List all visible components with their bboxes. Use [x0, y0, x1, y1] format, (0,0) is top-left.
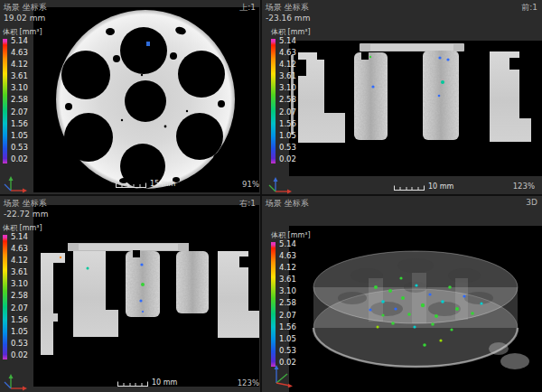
legend-value: 5.14 — [11, 37, 28, 45]
front-view-viewport[interactable] — [289, 41, 542, 176]
legend-value: 3.61 — [279, 275, 296, 284]
legend-value: 3.61 — [279, 72, 296, 80]
legend-value: 0.53 — [279, 144, 296, 152]
axis-indicator-3d-icon — [269, 364, 294, 387]
volume-legend: 体积 [mm³] 5.144.634.123.613.102.582.071.5… — [3, 27, 42, 163]
legend-color-bar — [271, 242, 276, 367]
coordinate-system-label: 场景 坐标系 — [266, 198, 309, 210]
legend-value: 1.56 — [279, 323, 296, 331]
legend-value: 4.63 — [11, 245, 28, 253]
top-slice-image — [33, 7, 259, 192]
legend-values: 5.144.634.123.613.102.582.071.561.050.53… — [279, 240, 296, 367]
defect-marker — [146, 42, 150, 46]
slice-position-value: -23.16 mm — [266, 14, 310, 23]
right-slice-image — [33, 205, 259, 387]
3d-viewport[interactable] — [289, 226, 542, 392]
legend-value: 1.05 — [11, 132, 28, 140]
legend-color-bar — [3, 39, 7, 163]
legend-value: 0.02 — [11, 351, 28, 359]
zoom-percentage: 123% — [513, 182, 535, 191]
top-view-viewport[interactable] — [33, 7, 259, 192]
legend-value: 2.07 — [279, 312, 296, 320]
legend-value: 0.53 — [11, 144, 28, 152]
ruler-ticks-icon — [116, 181, 146, 188]
view-name-label: 右:1 — [239, 198, 256, 210]
legend-value: 1.05 — [279, 132, 296, 140]
legend-value: 2.07 — [11, 108, 28, 117]
scale-ruler: 10 mm — [394, 182, 453, 191]
scale-ruler: 10 mm — [117, 378, 177, 387]
legend-value: 0.02 — [279, 155, 296, 163]
view-name-label: 上:1 — [239, 2, 256, 14]
legend-value: 5.14 — [11, 233, 28, 241]
front-slice-image — [289, 41, 542, 176]
legend-value: 2.07 — [279, 108, 296, 117]
legend-value: 3.10 — [11, 280, 28, 288]
ct-inspection-app: 场景 坐标系 19.02 mm 上:1 体积 [mm³] 5.144.634.1… — [0, 0, 542, 392]
legend-value: 1.56 — [11, 316, 28, 324]
scale-label: 10 mm — [152, 378, 177, 387]
3d-view-panel: 场景 坐标系 3D 体积 [mm³] 5.144.634.123.613.102… — [262, 196, 542, 392]
legend-color-bar — [3, 235, 7, 359]
front-view-panel: 场景 坐标系 -23.16 mm 前:1 体积 [mm³] 5.144.634.… — [262, 0, 542, 194]
legend-value: 2.07 — [11, 304, 28, 313]
legend-value: 5.14 — [279, 240, 296, 248]
coordinate-system-label: 场景 坐标系 — [4, 198, 47, 210]
axis-indicator-icon — [3, 176, 30, 193]
legend-value: 1.56 — [11, 120, 28, 128]
legend-value: 4.12 — [11, 257, 28, 265]
legend-values: 5.144.634.123.613.102.582.071.561.050.53… — [11, 37, 28, 163]
legend-value: 4.63 — [279, 49, 296, 57]
legend-value: 2.58 — [279, 96, 296, 104]
legend-value: 1.05 — [11, 328, 28, 336]
legend-value: 5.14 — [279, 37, 296, 45]
legend-value: 3.61 — [11, 72, 28, 80]
legend-value: 3.10 — [11, 84, 28, 92]
legend-value: 2.58 — [11, 96, 28, 104]
scale-label: 15 mm — [150, 180, 175, 188]
legend-values: 5.144.634.123.613.102.582.071.561.050.53… — [279, 37, 296, 163]
zoom-percentage: 91% — [242, 180, 259, 189]
legend-value: 1.05 — [279, 335, 296, 343]
slice-position-value: 19.02 mm — [4, 14, 45, 23]
legend-value: 3.10 — [279, 287, 296, 295]
slice-position-value: -22.72 mm — [4, 210, 48, 219]
legend-color-bar — [271, 39, 276, 163]
zoom-percentage: 123% — [238, 378, 259, 387]
scale-ruler: 15 mm — [116, 180, 175, 188]
scale-label: 10 mm — [428, 182, 453, 191]
right-view-panel: 场景 坐标系 -22.72 mm 右:1 体积 [mm³] 5.144.634.… — [0, 196, 260, 392]
legend-values: 5.144.634.123.613.102.582.071.561.050.53… — [11, 233, 28, 359]
3d-render-image — [289, 226, 542, 392]
view-name-label: 前:1 — [521, 2, 537, 14]
legend-value: 0.02 — [11, 155, 28, 163]
legend-value: 3.10 — [279, 84, 296, 92]
legend-value: 0.53 — [11, 340, 28, 348]
axis-indicator-icon — [3, 374, 30, 391]
legend-value: 4.63 — [11, 49, 28, 57]
coordinate-system-label: 场景 坐标系 — [4, 2, 47, 14]
volume-legend: 体积 [mm³] 5.144.634.123.613.102.582.071.5… — [271, 27, 311, 163]
legend-value: 2.58 — [279, 299, 296, 307]
legend-value: 4.12 — [279, 264, 296, 272]
ruler-ticks-icon — [394, 183, 425, 191]
legend-value: 1.56 — [279, 120, 296, 128]
ruler-ticks-icon — [117, 379, 148, 387]
legend-value: 4.63 — [279, 252, 296, 260]
legend-value: 4.12 — [11, 61, 28, 69]
coordinate-system-label: 场景 坐标系 — [266, 2, 309, 14]
legend-value: 4.12 — [279, 61, 296, 69]
view-name-label: 3D — [526, 198, 537, 207]
volume-legend: 体积 [mm³] 5.144.634.123.613.102.582.071.5… — [271, 230, 311, 367]
right-view-viewport[interactable] — [33, 205, 259, 387]
legend-value: 0.53 — [279, 347, 296, 355]
legend-value: 2.58 — [11, 292, 28, 300]
volume-legend: 体积 [mm³] 5.144.634.123.613.102.582.071.5… — [3, 223, 42, 359]
top-view-panel: 场景 坐标系 19.02 mm 上:1 体积 [mm³] 5.144.634.1… — [0, 0, 260, 194]
axis-indicator-icon — [267, 177, 294, 194]
legend-value: 3.61 — [11, 268, 28, 276]
